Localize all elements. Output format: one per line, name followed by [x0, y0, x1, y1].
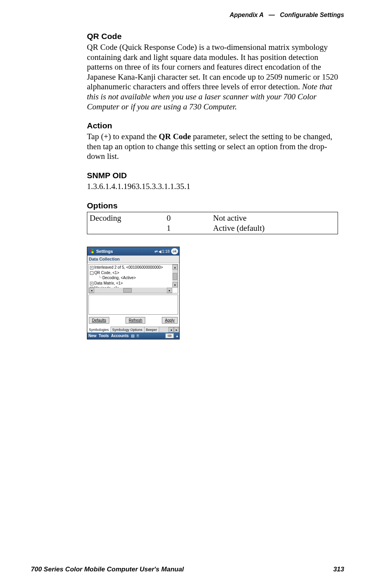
scroll-thumb[interactable] — [173, 273, 177, 280]
content-body: QR Code QR Code (Quick Response Code) is… — [87, 32, 342, 339]
tree-item: -QR Code, <1> — [89, 270, 172, 276]
scroll-thumb[interactable] — [123, 288, 132, 293]
ss-status: ⇄ ◀ 1:18 — [155, 249, 170, 254]
tab-beeper[interactable]: Beeper — [144, 327, 159, 332]
tab-symbology-options[interactable]: Symbology Options — [111, 327, 144, 332]
scroll-down-icon[interactable]: ▾ — [172, 282, 178, 288]
defaults-button[interactable]: Defaults — [89, 317, 109, 324]
menu-bar: New Tools Accounts ▤ ⎘ ⌨ ▴ — [87, 332, 179, 339]
ss-time: 1:18 — [162, 249, 170, 254]
heading-snmp: SNMP OID — [87, 171, 342, 180]
heading-options: Options — [87, 201, 342, 210]
svg-rect-3 — [92, 251, 93, 253]
opt-descs: Not active Active (default) — [211, 212, 338, 234]
opt-codes: 0 1 — [165, 212, 211, 234]
heading-qrcode: QR Code — [87, 32, 342, 41]
volume-icon: ◀ — [158, 249, 161, 254]
tree-item: +Interleaved 2 of 5, <001006000000000> — [89, 265, 172, 270]
heading-action: Action — [87, 121, 342, 130]
snmp-value: 1.3.6.1.4.1.1963.15.3.3.1.1.35.1 — [87, 182, 342, 192]
menu-accounts[interactable]: Accounts — [111, 334, 129, 338]
header-sep: — — [268, 12, 275, 18]
keyboard-icon[interactable]: ⌨ — [165, 333, 174, 338]
detail-panel — [88, 295, 178, 315]
menu-up-icon[interactable]: ▴ — [176, 334, 178, 338]
doc-icon[interactable]: ▤ — [131, 334, 134, 338]
expand-icon[interactable]: + — [90, 266, 93, 269]
opt-param: Decoding — [87, 212, 165, 234]
menu-new[interactable]: New — [88, 334, 97, 338]
refresh-button[interactable]: Refresh — [126, 317, 145, 324]
scroll-left-icon[interactable]: ◂ — [89, 288, 94, 293]
footer-page: 313 — [333, 566, 344, 573]
copy-icon[interactable]: ⎘ — [137, 334, 139, 338]
tree-item: +Data Matrix, <1> — [89, 281, 172, 286]
action-body: Tap (+) to expand the QR Code parameter,… — [87, 132, 342, 162]
scroll-up-icon[interactable]: ▴ — [172, 264, 178, 270]
windows-flag-icon[interactable] — [88, 248, 95, 254]
apply-button[interactable]: Apply — [162, 317, 178, 324]
tree-item: └·Decoding, <Active> — [89, 275, 172, 281]
page-header: Appendix A — Configurable Settings — [229, 12, 344, 19]
ss-subtitle: Data Collection — [87, 256, 179, 263]
horizontal-scrollbar[interactable]: ◂ ▸ — [89, 288, 172, 293]
options-table: Decoding 0 1 Not active Active (default) — [87, 212, 338, 235]
connectivity-icon: ⇄ — [155, 249, 158, 254]
page-footer: 700 Series Color Mobile Computer User's … — [31, 566, 344, 573]
svg-rect-2 — [89, 251, 91, 253]
footer-manual: 700 Series Color Mobile Computer User's … — [31, 566, 184, 573]
tab-scroll-left-icon[interactable]: ◂ — [168, 327, 174, 332]
tree-view[interactable]: +Interleaved 2 of 5, <001006000000000> -… — [88, 264, 178, 293]
vertical-scrollbar[interactable]: ▴ ▾ — [172, 264, 178, 288]
ss-titlebar: Settings ⇄ ◀ 1:18 ok — [87, 247, 179, 256]
tab-bar: Symbologies Symbology Options Beeper ◂ ▸ — [87, 327, 179, 332]
header-title: Configurable Settings — [280, 12, 344, 18]
svg-rect-1 — [92, 249, 93, 251]
menu-tools[interactable]: Tools — [99, 334, 109, 338]
scroll-right-icon[interactable]: ▸ — [167, 288, 172, 293]
ok-button[interactable]: ok — [171, 248, 178, 254]
device-screenshot: Settings ⇄ ◀ 1:18 ok Data Collection +In… — [87, 247, 180, 339]
header-appendix: Appendix A — [229, 12, 263, 18]
ss-title: Settings — [96, 249, 153, 254]
svg-rect-0 — [89, 249, 91, 251]
table-row: Decoding 0 1 Not active Active (default) — [87, 212, 338, 234]
tab-symbologies[interactable]: Symbologies — [87, 326, 111, 332]
tab-scroll-right-icon[interactable]: ▸ — [174, 327, 179, 332]
qrcode-body: QR Code (Quick Response Code) is a two-d… — [87, 43, 342, 112]
expand-icon[interactable]: + — [90, 282, 93, 285]
button-row: Defaults Refresh Apply — [87, 316, 179, 327]
collapse-icon[interactable]: - — [90, 271, 93, 275]
